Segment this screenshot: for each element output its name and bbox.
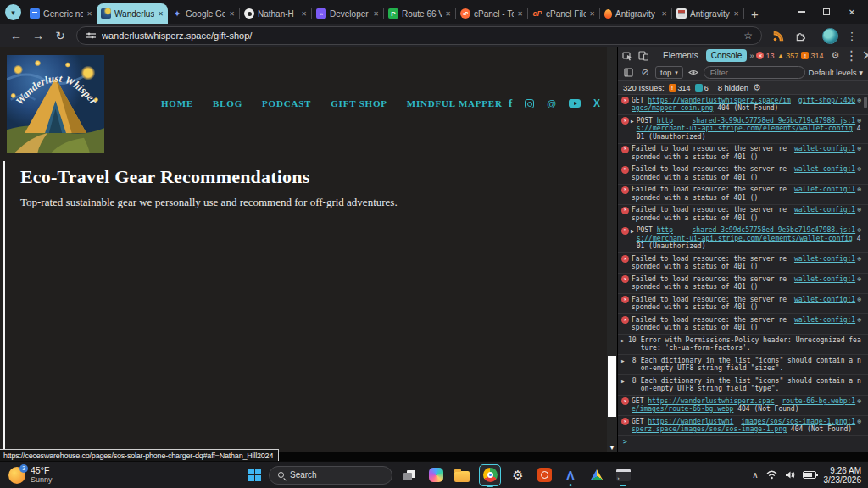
more-tabs-icon[interactable]: » xyxy=(749,52,754,60)
tab-cpanel-files[interactable]: cP cPanel File ✕ xyxy=(528,3,599,24)
nav-home[interactable]: HOME xyxy=(161,98,193,108)
site-logo[interactable]: Wanderlust Whisperz xyxy=(7,53,104,155)
extensions-puzzle-icon[interactable] xyxy=(791,30,810,42)
issue-link-icon[interactable]: ⊕ xyxy=(857,186,861,193)
eye-icon[interactable] xyxy=(687,69,700,76)
tab-google-gemini[interactable]: ✦ Google Ge ✕ xyxy=(168,3,239,24)
reload-button[interactable]: ↻ xyxy=(51,30,70,42)
issue-link-icon[interactable]: ⊕ xyxy=(857,316,861,324)
console-source-link[interactable]: wallet-config:1 xyxy=(794,255,855,263)
devtools-scrollbar-thumb[interactable] xyxy=(864,97,867,108)
console-source-link[interactable]: wallet-config:1 xyxy=(794,145,855,152)
filter-input[interactable] xyxy=(704,66,805,79)
clear-console-icon[interactable]: ⊘ xyxy=(638,67,652,78)
new-tab-button[interactable]: + xyxy=(744,7,765,24)
tab-antigravity-1[interactable]: Antigravity ✕ xyxy=(600,3,671,24)
settings-button[interactable]: ⚙ xyxy=(509,466,527,485)
google-drive-button[interactable] xyxy=(587,466,606,485)
copilot-button[interactable] xyxy=(426,466,445,485)
console-source-link[interactable]: shared-3c99dc57758ed_9e5bc719c47988.js:1 xyxy=(693,117,856,125)
taskbar-clock[interactable]: 9:26 AM 3/23/2026 xyxy=(824,466,862,485)
minimize-button[interactable] xyxy=(788,0,814,24)
address-bar[interactable]: wanderlustwhisperz.space/gift-shop/ ☆ xyxy=(76,26,762,45)
issue-link-icon[interactable]: ⊕ xyxy=(857,397,861,405)
console-source-link[interactable]: wallet-config:1 xyxy=(794,316,855,324)
taskbar-search[interactable]: Search xyxy=(269,466,392,485)
tab-close-icon[interactable]: ✕ xyxy=(661,10,667,18)
error-count-badge[interactable]: ✕13 xyxy=(756,52,774,60)
weather-widget[interactable]: 3 45°F Sunny xyxy=(8,466,53,485)
tray-expand-icon[interactable]: ∧ xyxy=(752,470,758,480)
x-twitter-icon[interactable]: X xyxy=(593,97,600,109)
tab-search-button[interactable]: ▾ xyxy=(5,4,21,20)
context-selector[interactable]: top▾ xyxy=(655,66,683,79)
volume-icon[interactable] xyxy=(785,470,795,480)
ubuntu-button[interactable] xyxy=(535,466,554,485)
task-view-button[interactable] xyxy=(400,466,419,485)
start-button[interactable] xyxy=(248,469,261,481)
issues-badge-teal[interactable]: 6 xyxy=(695,84,709,92)
tab-antigravity-2[interactable]: Antigravity ✕ xyxy=(672,3,743,24)
chrome-taskbar-button[interactable] xyxy=(479,464,501,486)
tab-close-icon[interactable]: ✕ xyxy=(229,10,235,18)
issues-settings-icon[interactable]: ⚙ xyxy=(753,82,761,93)
tab-close-icon[interactable]: ✕ xyxy=(158,10,164,18)
console-prompt[interactable]: > xyxy=(618,436,868,446)
scroll-down-arrow[interactable]: ▼ xyxy=(607,445,617,451)
device-toolbar-icon[interactable] xyxy=(637,51,650,61)
tab-close-icon[interactable]: ✕ xyxy=(445,10,451,18)
forward-button[interactable]: → xyxy=(29,30,47,42)
devtools-close-icon[interactable]: ✕ xyxy=(860,47,868,64)
issue-link-icon[interactable]: ⊕ xyxy=(857,296,861,303)
default-levels-dropdown[interactable]: Default levels ▾ xyxy=(809,68,865,77)
tab-elements[interactable]: Elements xyxy=(658,49,704,62)
maximize-button[interactable] xyxy=(814,0,839,24)
file-explorer-button[interactable] xyxy=(453,466,471,485)
nav-gift-shop[interactable]: GIFT SHOP xyxy=(331,98,387,108)
nav-mindful-mapper[interactable]: MINDFUL MAPPER xyxy=(407,98,503,108)
tab-github[interactable]: Nathan-H ✕ xyxy=(240,3,311,24)
expand-icon[interactable]: ▶ xyxy=(631,117,634,125)
expand-icon[interactable]: ▶ xyxy=(621,377,625,385)
issue-link-icon[interactable]: ⊕ xyxy=(857,206,861,214)
warning-count-badge[interactable]: ▲357 xyxy=(776,52,798,60)
tab-close-icon[interactable]: ✕ xyxy=(301,10,307,18)
issue-link-icon[interactable]: ⊕ xyxy=(857,97,861,104)
issue-link-icon[interactable]: ⊕ xyxy=(857,117,861,125)
back-button[interactable]: ← xyxy=(7,30,25,42)
inspect-element-icon[interactable] xyxy=(620,51,634,61)
devtools-settings-icon[interactable]: ⚙ xyxy=(828,50,842,61)
expand-icon[interactable]: ▶ xyxy=(621,357,625,364)
console-source-link[interactable]: wallet-config:1 xyxy=(794,296,855,303)
hidden-issues-label[interactable]: 8 hidden xyxy=(718,83,748,92)
browser-menu-icon[interactable]: ⋮ xyxy=(843,30,861,42)
tab-close-icon[interactable]: ✕ xyxy=(589,10,595,18)
rss-icon[interactable] xyxy=(769,30,787,42)
devtools-menu-icon[interactable]: ⋮ xyxy=(844,47,858,64)
tab-close-icon[interactable]: ✕ xyxy=(733,10,739,18)
tab-close-icon[interactable]: ✕ xyxy=(517,10,523,18)
console-sidebar-icon[interactable] xyxy=(621,68,635,77)
antigravity-app-button[interactable]: Λ xyxy=(561,466,580,485)
youtube-icon[interactable] xyxy=(569,99,581,108)
issue-link-icon[interactable]: ⊕ xyxy=(857,165,861,173)
terminal-button[interactable]: ›_ xyxy=(614,466,632,485)
scrollbar-thumb[interactable] xyxy=(608,356,616,417)
console-source-link[interactable]: images/sos/sos-image-1.png:1 xyxy=(741,418,855,425)
threads-icon[interactable]: @ xyxy=(547,98,556,108)
url-text[interactable]: wanderlustwhisperz.space/gift-shop/ xyxy=(102,30,737,41)
nav-podcast[interactable]: PODCAST xyxy=(262,98,311,108)
close-window-button[interactable]: ✕ xyxy=(839,0,865,24)
wifi-icon[interactable] xyxy=(766,470,777,480)
tab-console[interactable]: Console xyxy=(706,49,748,62)
tab-cpanel-tools[interactable]: cP cPanel - To ✕ xyxy=(456,3,527,24)
tab-route66[interactable]: P Route 66 V ✕ xyxy=(384,3,455,24)
tab-wanderlust-active[interactable]: Wanderlus ✕ xyxy=(97,3,168,24)
issue-link-icon[interactable]: ⊕ xyxy=(857,275,861,283)
nav-blog[interactable]: BLOG xyxy=(213,98,242,108)
facebook-icon[interactable]: f xyxy=(509,97,512,110)
tab-close-icon[interactable]: ✕ xyxy=(86,10,92,18)
page-scrollbar[interactable]: ▼ xyxy=(607,47,617,452)
expand-icon[interactable]: ▶ xyxy=(621,336,625,344)
expand-icon[interactable]: ▶ xyxy=(631,227,634,235)
